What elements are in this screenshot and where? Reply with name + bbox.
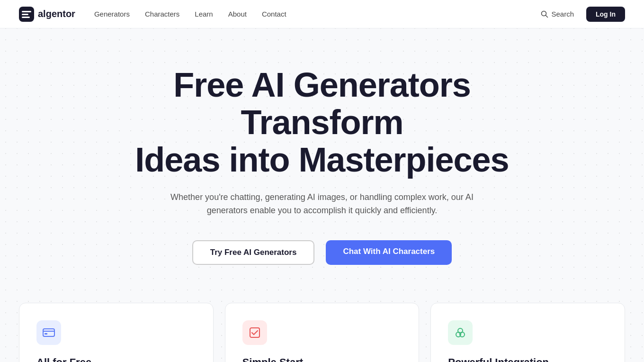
logo[interactable]: algentor	[19, 7, 75, 22]
hero-buttons: Try Free AI Generators Chat With AI Char…	[19, 240, 625, 265]
navbar: algentor Generators Characters Learn Abo…	[0, 0, 644, 28]
login-button[interactable]: Log In	[586, 7, 625, 22]
logo-text: algentor	[38, 9, 75, 19]
svg-rect-3	[22, 17, 30, 18]
nav-about[interactable]: About	[228, 10, 247, 18]
svg-line-5	[546, 15, 548, 17]
hero-title-line1: Free AI Generators Transform	[173, 66, 471, 141]
card-icon-wrap-blue	[36, 320, 61, 345]
card-title-2: Simple Start	[242, 356, 402, 362]
search-label: Search	[551, 10, 574, 18]
navbar-left: algentor Generators Characters Learn Abo…	[19, 7, 286, 22]
hero-section: Free AI Generators Transform Ideas into …	[0, 28, 644, 293]
svg-rect-1	[22, 11, 31, 12]
nav-characters[interactable]: Characters	[145, 10, 179, 18]
card-title-1: All for Free	[36, 356, 196, 362]
hero-subtitle: Whether you're chatting, generating AI i…	[170, 190, 474, 218]
try-generators-button[interactable]: Try Free AI Generators	[192, 240, 315, 265]
card-all-for-free: All for Free Enjoy all AI tools for free…	[19, 303, 214, 362]
card-powerful-integration: Powerful Integration Integrate the lates…	[430, 303, 625, 362]
svg-point-12	[458, 328, 463, 333]
search-icon	[541, 10, 548, 18]
nav-contact[interactable]: Contact	[262, 10, 286, 18]
logo-icon	[19, 7, 34, 22]
hero-title: Free AI Generators Transform Ideas into …	[109, 66, 535, 179]
search-button[interactable]: Search	[536, 7, 579, 21]
svg-rect-8	[45, 333, 47, 335]
hero-title-line2: Ideas into Masterpieces	[135, 141, 509, 179]
card-icon-wrap-red	[242, 320, 267, 345]
cards-section: All for Free Enjoy all AI tools for free…	[0, 293, 644, 362]
nav-learn[interactable]: Learn	[195, 10, 213, 18]
card-title-3: Powerful Integration	[448, 356, 608, 362]
nav-links: Generators Characters Learn About Contac…	[94, 10, 286, 18]
card-simple-start: Simple Start You don't need to log in, j…	[225, 303, 420, 362]
svg-rect-2	[22, 14, 28, 15]
navbar-right: Search Log In	[536, 7, 625, 22]
svg-rect-6	[43, 329, 54, 336]
card-icon-checkmark	[248, 326, 261, 339]
chat-characters-button[interactable]: Chat With AI Characters	[326, 240, 452, 265]
card-icon-wrap-green	[448, 320, 473, 345]
nav-generators[interactable]: Generators	[94, 10, 130, 18]
card-icon-credit	[42, 326, 55, 339]
card-icon-integration	[454, 326, 467, 339]
